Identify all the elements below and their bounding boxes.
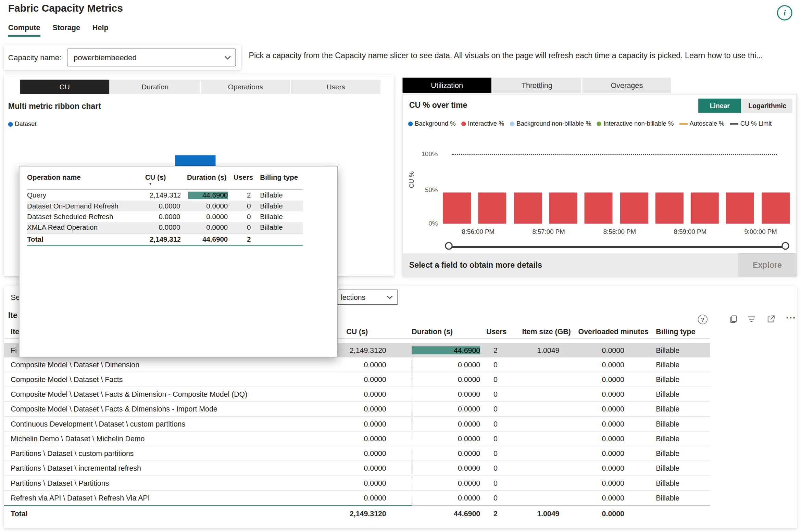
legend-label: Interactive non-billable % [603, 120, 674, 127]
cell-users: 0 [481, 449, 510, 458]
x-tick-label: 9:00:00 PM [744, 228, 777, 236]
cell-billing-type: Billable [625, 464, 710, 472]
cell-billing-type: Billable [625, 346, 710, 354]
table-row[interactable]: Composite Model \ Dataset \ Facts0.00000… [4, 372, 710, 387]
table-row[interactable]: Continuous Development \ Dataset \ custo… [4, 417, 710, 431]
utilization-bar[interactable] [691, 192, 719, 224]
items-column-header[interactable]: Billing type [656, 327, 695, 335]
legend-item: Autoscale % [679, 120, 725, 127]
items-column-header[interactable]: CU (s) [346, 327, 368, 335]
scale-linear-button[interactable]: Linear [698, 99, 741, 113]
info-icon[interactable]: i [777, 5, 792, 21]
items-column-header[interactable]: Duration (s) [412, 327, 453, 335]
utilization-panel: CU % over time LinearLogarithmic Backgro… [402, 94, 797, 276]
metric-tab-users[interactable]: Users [291, 80, 380, 94]
legend-label: Autoscale % [689, 120, 724, 127]
help-icon[interactable]: ? [698, 315, 708, 324]
capacity-slicer-card: Capacity name: powerbiembeeded [4, 45, 241, 70]
table-row[interactable]: Composite Model \ Dataset \ Facts & Dime… [4, 387, 710, 402]
cell-users: 0 [481, 375, 510, 383]
cell-billing-type: Billable [625, 479, 710, 487]
utilization-bar[interactable] [620, 192, 648, 224]
utilization-bar[interactable] [585, 192, 613, 224]
legend-label: CU % Limit [740, 120, 772, 127]
table-row[interactable]: Partitions \ Dataset \ custom partitions… [4, 446, 710, 461]
table-continuation-line [4, 505, 412, 505]
cell-overloaded-minutes: 0.0000 [561, 390, 625, 398]
tooltip-row[interactable]: Query2,149.312044.69002Billable [27, 190, 303, 201]
items-column-header[interactable]: Item size (GB) [522, 327, 571, 335]
table-row[interactable]: Refresh via API \ Dataset \ Refresh Via … [4, 491, 710, 506]
time-range-slider[interactable] [449, 246, 786, 248]
legend-item: Background non-billable % [510, 120, 591, 127]
cell-billing-type: Billable [252, 191, 303, 199]
items-column-header[interactable]: Users [486, 327, 506, 335]
tooltip-row[interactable]: Dataset On-Demand Refresh0.00000.00000Bi… [27, 201, 303, 211]
copy-icon[interactable] [729, 315, 738, 324]
explore-button[interactable]: Explore [738, 253, 797, 277]
cell-operation-name: Query [27, 191, 150, 199]
cell-users: 0 [481, 405, 510, 413]
cell-cu: 0.0000 [336, 464, 387, 472]
cell-users: 0 [228, 202, 252, 210]
cell-duration: 0.0000 [387, 464, 481, 472]
cell-billing-type: Billable [625, 405, 710, 413]
util-tab-overages[interactable]: Overages [583, 78, 672, 93]
cell-duration: 0.0000 [180, 202, 228, 210]
highlighted-duration-cell: 44.6900 [412, 346, 480, 354]
table-row[interactable]: Composite Model \ Dataset \ Dimension0.0… [4, 357, 710, 372]
more-options-icon[interactable]: ⋯ [786, 311, 796, 323]
cell-operation-name: Total [27, 236, 150, 243]
utilization-bar[interactable] [762, 192, 790, 224]
tooltip-row[interactable]: XMLA Read Operation0.00000.00000Billable [27, 222, 303, 233]
x-axis-labels: 8:56:00 PM8:57:00 PM8:58:00 PM8:59:00 PM… [443, 228, 790, 237]
slider-handle-start[interactable] [445, 242, 452, 250]
tab-help[interactable]: Help [92, 24, 109, 37]
cell-billing-type: Billable [252, 224, 303, 231]
tooltip-column-header: Operation name [27, 174, 81, 181]
items-column-header-name[interactable]: Ite [11, 327, 19, 335]
cell-item-size: 1.0049 [510, 346, 561, 354]
cell-cu: 0.0000 [150, 213, 180, 220]
cell-billing-type: Billable [625, 434, 710, 443]
legend-label: Background non-billable % [516, 120, 591, 127]
tab-compute[interactable]: Compute [8, 24, 40, 37]
utilization-bar[interactable] [478, 192, 506, 224]
bars-area [443, 154, 790, 224]
cell-cu: 2,149.3120 [336, 346, 387, 354]
cell-cu: 0.0000 [336, 494, 387, 502]
table-row[interactable]: Partitions \ Dataset \ Partitions0.00000… [4, 476, 710, 491]
util-tab-utilization[interactable]: Utilization [402, 78, 491, 93]
scale-logarithmic-button[interactable]: Logarithmic [742, 99, 792, 113]
slider-handle-end[interactable] [781, 242, 789, 250]
capacity-name-value: powerbiembeeded [74, 49, 137, 66]
cell-cu: 0.0000 [150, 224, 180, 231]
cell-cu: 0.0000 [336, 390, 387, 398]
table-row[interactable]: Partitions \ Dataset \ incremental refre… [4, 461, 710, 476]
cell-users: 2 [228, 191, 252, 199]
utilization-bar[interactable] [443, 192, 471, 224]
utilization-bar[interactable] [514, 192, 542, 224]
utilization-bar[interactable] [655, 192, 684, 224]
items-column-header[interactable]: Overloaded minutes [578, 327, 649, 335]
util-tab-throttling[interactable]: Throttling [492, 78, 581, 93]
filter-icon[interactable] [747, 315, 756, 324]
table-row[interactable]: Composite Model \ Dataset \ Facts & Dime… [4, 402, 710, 417]
cell-duration: 44.6900 [387, 346, 481, 354]
cell-overloaded-minutes: 0.0000 [561, 434, 625, 443]
tooltip-row[interactable]: Dataset Scheduled Refresh0.00000.00000Bi… [27, 212, 303, 222]
capacity-name-dropdown[interactable]: powerbiembeeded [67, 49, 236, 66]
metric-tab-operations[interactable]: Operations [201, 80, 290, 94]
legend-label: Dataset [15, 121, 36, 128]
popout-icon[interactable] [766, 315, 776, 324]
metric-tab-duration[interactable]: Duration [110, 80, 200, 94]
utilization-bar[interactable] [726, 192, 754, 224]
metric-tab-cu[interactable]: CU [20, 80, 109, 94]
utilization-bar[interactable] [549, 192, 577, 224]
table-row[interactable]: Michelin Demo \ Dataset \ Michelin Demo0… [4, 431, 710, 446]
tab-storage[interactable]: Storage [52, 24, 80, 37]
cell-overloaded-minutes: 0.0000 [561, 360, 625, 369]
cell-item-name: Composite Model \ Dataset \ Facts [4, 375, 336, 383]
cell-overloaded-minutes: 0.0000 [561, 346, 625, 354]
cell-duration: 0.0000 [387, 405, 481, 413]
